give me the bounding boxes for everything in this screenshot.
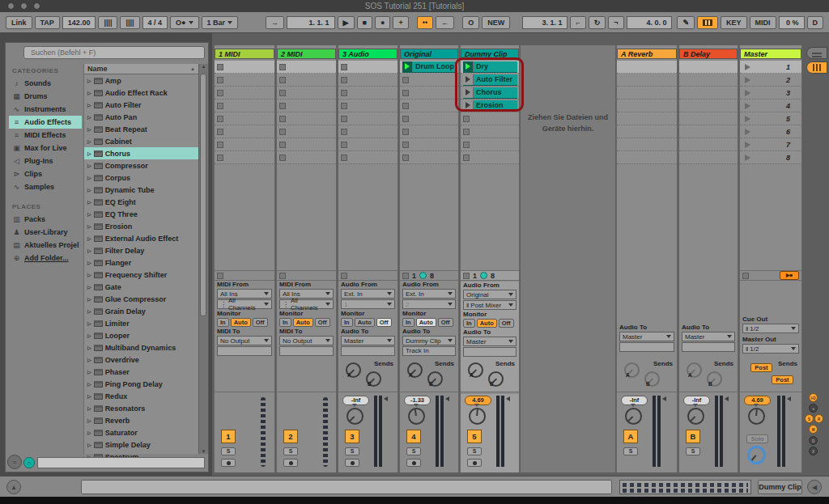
preview-headphone-button[interactable]: ∩ [23, 457, 35, 468]
scene-play-icon[interactable] [745, 64, 750, 70]
monitor-auto-button[interactable]: Auto [355, 318, 375, 327]
browser-device-row[interactable]: ▷ Limiter [84, 317, 198, 329]
input-channel-chooser[interactable]: ⋮All Channels [217, 299, 272, 309]
disclosure-triangle-icon[interactable]: ▷ [87, 332, 91, 338]
clip-slot[interactable] [338, 125, 397, 138]
scene-row[interactable]: 2 [740, 74, 801, 87]
pan-knob[interactable] [687, 408, 704, 425]
tap-tempo-button[interactable]: TAP [35, 16, 60, 29]
zoom-button[interactable] [33, 2, 40, 10]
send-b-knob[interactable]: B [707, 371, 722, 387]
clip-slot[interactable] [215, 100, 274, 112]
selected-clip-label[interactable]: Dummy Clip [758, 480, 802, 494]
disclosure-triangle-icon[interactable]: ▷ [87, 405, 91, 411]
hide-detail-view-button[interactable]: ◀ [807, 480, 822, 494]
browser-device-row[interactable]: ▷ Reverb [84, 414, 198, 426]
clip-play-button[interactable] [402, 61, 413, 73]
monitor-in-button[interactable]: In [341, 318, 353, 327]
browser-category[interactable]: ≡ MIDI Effects [9, 129, 82, 142]
disclosure-triangle-icon[interactable]: ▷ [87, 320, 91, 326]
disclosure-triangle-icon[interactable]: ▷ [87, 223, 91, 229]
send-b-knob[interactable]: B [488, 371, 504, 387]
clip-slot[interactable] [400, 112, 458, 125]
browser-device-row[interactable]: ▷ Redux [84, 390, 198, 402]
master-out-chooser[interactable]: ‖1/2 [742, 344, 799, 354]
disclosure-triangle-icon[interactable]: ▷ [87, 199, 91, 205]
scrollbar-thumb[interactable] [200, 74, 206, 316]
track-header-1-midi[interactable]: 1 MIDI [215, 49, 274, 59]
browser-device-row[interactable]: ▷ Auto Filter [84, 99, 198, 111]
scene-row[interactable]: 6 [740, 125, 801, 138]
track-header-3-audio[interactable]: 3 Audio [338, 49, 397, 59]
disclosure-triangle-icon[interactable]: ▷ [87, 308, 91, 314]
scene-row[interactable]: 8 [740, 151, 801, 164]
clip-slot[interactable] [400, 125, 458, 138]
output-channel-box[interactable] [279, 346, 334, 356]
arm-button[interactable] [221, 459, 236, 467]
disclosure-triangle-icon[interactable]: ▷ [87, 126, 91, 132]
track-activator-button[interactable]: 2 [283, 430, 298, 443]
link-button[interactable]: Link [6, 16, 32, 29]
toggle-returns-section[interactable]: R [814, 414, 823, 423]
pan-knob[interactable] [748, 408, 765, 425]
clip-slot[interactable] [400, 151, 458, 164]
disclosure-triangle-icon[interactable]: ▷ [87, 272, 91, 277]
output-channel-box[interactable] [341, 346, 395, 356]
clip-slot[interactable] [338, 74, 397, 87]
tempo-field[interactable]: 142.00 [62, 16, 96, 29]
monitor-off-button[interactable]: Off [438, 318, 453, 327]
track-header-original[interactable]: Original [400, 49, 458, 59]
clip-slot[interactable] [215, 138, 274, 151]
output-type-chooser[interactable]: Master [341, 336, 395, 345]
browser-device-row[interactable]: ▷ Saturator [84, 426, 198, 438]
browser-device-row[interactable]: ▷ Amp [84, 74, 198, 87]
nudge-down-button[interactable]: |||| [98, 16, 117, 29]
drop-area[interactable]: Ziehen Sie Dateien und Geräte hierhin. [521, 45, 615, 472]
monitor-off-button[interactable]: Off [376, 318, 392, 327]
nudge-up-button[interactable]: |||| [120, 16, 139, 29]
clip-slot[interactable] [461, 151, 519, 164]
disclosure-triangle-icon[interactable]: ▷ [87, 138, 91, 144]
browser-category[interactable]: ∿ Samples [9, 180, 82, 193]
browser-device-row[interactable]: ▷ Gate [84, 281, 198, 293]
clip-slot[interactable] [461, 138, 519, 151]
list-header-row[interactable]: Name ▲ [84, 64, 198, 74]
arrangement-position-field[interactable]: 1. 1. 1 [287, 16, 335, 29]
input-channel-chooser[interactable]: ⋮All Channels [279, 299, 334, 309]
send-a-knob[interactable]: A [468, 362, 483, 378]
clip-slot[interactable] [277, 74, 336, 87]
output-channel-box[interactable]: Track In [402, 346, 456, 356]
session-automation-button[interactable]: O [462, 16, 479, 29]
clip-slot[interactable] [461, 112, 519, 125]
pan-knob[interactable] [469, 408, 486, 425]
hot-swap-button[interactable]: ≈ [7, 455, 22, 469]
preview-scrub-field[interactable] [37, 457, 205, 468]
clip-slot[interactable]: Drum Loop [400, 61, 458, 74]
return-activator-button[interactable]: B [686, 430, 700, 443]
disclosure-triangle-icon[interactable]: ▷ [87, 102, 91, 108]
cue-out-chooser[interactable]: ‖1/2 [742, 324, 799, 333]
solo-button[interactable]: S [467, 447, 482, 455]
solo-button[interactable]: S [283, 447, 298, 455]
clip-slot[interactable] [277, 125, 336, 138]
quantization-menu[interactable]: 1 Bar [202, 16, 239, 29]
browser-place[interactable]: ▥ Packs [9, 213, 82, 226]
input-type-chooser[interactable]: Original [463, 290, 517, 299]
disclosure-triangle-icon[interactable]: ▷ [87, 442, 91, 447]
output-type-chooser[interactable]: Master [619, 332, 674, 341]
cue-volume-knob[interactable] [747, 446, 766, 464]
output-type-chooser[interactable]: Master [463, 337, 517, 346]
scroll-down-icon[interactable]: ▼ [202, 449, 206, 454]
clip-slot[interactable] [400, 87, 458, 100]
browser-device-row[interactable]: ▷ EQ Eight [84, 196, 198, 208]
draw-mode-button[interactable]: ✎ [677, 16, 695, 29]
clip-slot[interactable] [277, 61, 336, 74]
scene-row[interactable]: 4 [740, 100, 801, 112]
input-channel-chooser[interactable]: 1 [341, 299, 395, 309]
arm-button[interactable] [406, 459, 421, 467]
browser-device-row[interactable]: ▷ EQ Three [84, 208, 198, 220]
browser-device-row[interactable]: ▷ Multiband Dynamics [84, 341, 198, 354]
monitor-in-button[interactable]: In [463, 319, 475, 328]
clip-slot[interactable] [400, 138, 458, 151]
send-a-knob[interactable]: A [346, 362, 361, 378]
